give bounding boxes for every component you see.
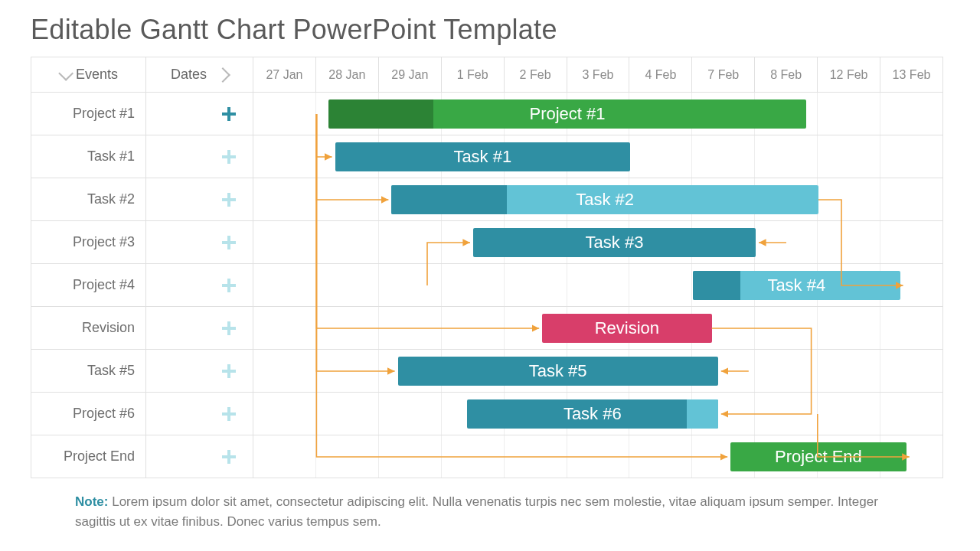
row-grid	[253, 307, 942, 349]
row-grid	[253, 264, 942, 306]
row-label: Revision	[31, 307, 146, 349]
plus-icon	[222, 107, 236, 121]
plus-icon	[222, 193, 236, 207]
plus-icon	[222, 236, 236, 249]
row-expand[interactable]	[146, 93, 253, 135]
note-label: Note:	[75, 494, 108, 509]
row-grid	[253, 221, 942, 263]
gantt-row: Project End	[31, 435, 942, 478]
row-expand[interactable]	[146, 435, 253, 478]
date-col: 13 Feb	[880, 57, 942, 92]
page-title: Editable Gantt Chart PowerPoint Template	[31, 14, 949, 46]
plus-icon	[222, 321, 236, 335]
chevron-down-icon	[58, 65, 74, 80]
plus-icon	[222, 364, 236, 378]
gantt-row: Project #4	[31, 264, 942, 307]
header-events-col: Events	[31, 57, 146, 92]
plus-icon	[222, 150, 236, 164]
gantt-chart: Events Dates 27 Jan28 Jan29 Jan1 Feb2 Fe…	[31, 57, 943, 478]
date-col: 27 Jan	[253, 57, 316, 92]
date-col: 12 Feb	[818, 57, 880, 92]
row-grid	[253, 393, 942, 435]
date-col: 4 Feb	[629, 57, 692, 92]
row-grid	[253, 178, 942, 220]
header-events-label: Events	[76, 67, 118, 83]
row-label: Project #4	[31, 264, 146, 306]
row-label: Project End	[31, 435, 146, 478]
gantt-row: Task #5	[31, 350, 942, 393]
gantt-row: Project #6	[31, 393, 942, 435]
plus-icon	[222, 407, 236, 421]
gantt-row: Project #1	[31, 93, 942, 135]
row-label: Project #3	[31, 221, 146, 263]
gantt-header: Events Dates 27 Jan28 Jan29 Jan1 Feb2 Fe…	[31, 57, 942, 93]
row-label: Project #1	[31, 93, 146, 135]
row-label: Project #6	[31, 393, 146, 435]
gantt-row: Revision	[31, 307, 942, 350]
row-grid	[253, 435, 942, 478]
gantt-row: Project #3	[31, 221, 942, 264]
row-expand[interactable]	[146, 307, 253, 349]
row-expand[interactable]	[146, 264, 253, 306]
note-body: Lorem ipsum dolor sit amet, consectetur …	[75, 494, 878, 529]
chevron-right-icon	[215, 67, 230, 83]
gantt-row: Task #1	[31, 135, 942, 178]
row-grid	[253, 93, 942, 135]
row-expand[interactable]	[146, 135, 253, 178]
header-dates-col: Dates	[146, 57, 253, 92]
date-col: 7 Feb	[692, 57, 755, 92]
date-col: 2 Feb	[505, 57, 567, 92]
header-dates-label: Dates	[171, 67, 207, 83]
date-col: 1 Feb	[442, 57, 505, 92]
date-col: 29 Jan	[379, 57, 442, 92]
row-grid	[253, 350, 942, 392]
gantt-rows: Project #1Task #1Task #2Project #3Projec…	[31, 93, 942, 478]
row-expand[interactable]	[146, 393, 253, 435]
date-col: 28 Jan	[316, 57, 379, 92]
plus-icon	[222, 279, 236, 292]
row-expand[interactable]	[146, 221, 253, 263]
gantt-row: Task #2	[31, 178, 942, 221]
row-expand[interactable]	[146, 178, 253, 220]
row-label: Task #2	[31, 178, 146, 220]
row-label: Task #5	[31, 350, 146, 392]
row-expand[interactable]	[146, 350, 253, 392]
header-timeline: 27 Jan28 Jan29 Jan1 Feb2 Feb3 Feb4 Feb7 …	[253, 57, 942, 92]
row-label: Task #1	[31, 135, 146, 178]
date-col: 3 Feb	[567, 57, 630, 92]
plus-icon	[222, 450, 236, 464]
row-grid	[253, 135, 942, 178]
date-col: 8 Feb	[755, 57, 818, 92]
note-text: Note: Lorem ipsum dolor sit amet, consec…	[75, 492, 894, 531]
